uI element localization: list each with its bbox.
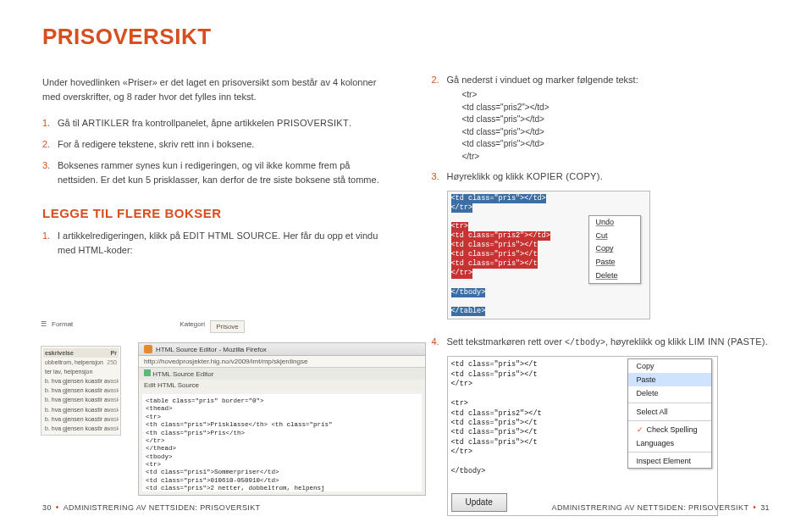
ctx-item-copy[interactable]: Copy (628, 359, 711, 373)
context-menu-paste[interactable]: CopyPasteDeleteSelect AllCheck SpellingL… (627, 358, 712, 469)
firefox-icon (144, 345, 152, 353)
toolbar-format-icon: ☰ (41, 320, 47, 333)
context-menu[interactable]: UndoCutCopyPasteDelete (588, 215, 641, 283)
screenshot-copy-context: <td class="pris"></td></tr> <tr><td clas… (447, 191, 650, 319)
code-sample: <tr><td class="pris2"></td><td class="pr… (462, 89, 771, 163)
window-titlebar: HTML Source Editor - Mozilla Firefox (139, 343, 425, 356)
ctx-item-copy[interactable]: Copy (589, 242, 640, 256)
ctx-item-check-spelling[interactable]: Check Spelling (628, 423, 711, 436)
step-2: 2. For å redigere tekstene, skriv rett i… (42, 137, 381, 152)
ctx-item-delete[interactable]: Delete (628, 386, 711, 400)
main-steps-right: 2. Gå nederst i vinduet og marker følgen… (432, 73, 771, 184)
ctx-item-paste[interactable]: Paste (628, 373, 711, 386)
ctx-item-paste[interactable]: Paste (589, 256, 640, 269)
ctx-item-undo[interactable]: Undo (589, 216, 640, 230)
left-column: PRISOVERSIKT Under hovedlinken «Priser» … (42, 24, 381, 475)
footer-right: ADMINISTRERING AV NETTSIDEN: PRISOVERSIK… (552, 503, 770, 512)
ctx-item-inspect-element[interactable]: Inspect Element (628, 454, 711, 468)
ctx-item-languages[interactable]: Languages (628, 436, 711, 450)
sub-steps: 1. I artikkelredigeringen, klikk på EDIT… (42, 229, 381, 258)
footer-left: 30•ADMINISTRERING AV NETTSIDEN: PRISOVER… (42, 503, 260, 512)
step-1: 1. Gå til ARTIKLER fra kontrollpanelet, … (42, 116, 381, 130)
screenshot-paste-context: <td class="pris"></t<td class="pris"></t… (447, 356, 718, 516)
editor-tab-header: HTML Source Editor (139, 368, 425, 380)
intro-text: Under hovedlinken «Priser» er det laget … (42, 75, 381, 104)
sub-step-1: 1. I artikkelredigeringen, klikk på EDIT… (42, 229, 381, 258)
step-3: 3. Boksenes rammer synes kun i redigerin… (42, 158, 381, 187)
edit-source-label: Edit HTML Source (139, 380, 425, 391)
subheading-add-boxes: LEGGE TIL FLERE BOKSER (42, 206, 381, 220)
ctx-item-delete[interactable]: Delete (589, 269, 640, 283)
step-right-4: 4. Sett tekstmarkøren rett over </tbody>… (432, 335, 771, 350)
right-column: 2. Gå nederst i vinduet og marker følgen… (432, 24, 771, 475)
ctx-item-select-all[interactable]: Select All (628, 405, 711, 419)
ctx-item-cut[interactable]: Cut (589, 230, 640, 243)
step-right-3: 3. Høyreklikk og klikk KOPIER (COPY). (432, 169, 771, 184)
cropped-editor-panel: eskrivelseProbbeltrom, helpensjon250ter … (41, 346, 121, 436)
main-steps-right-b: 4. Sett tekstmarkøren rett over </tbody>… (432, 335, 771, 350)
source-code-box: <table class="pris" border="0"><thead><t… (142, 394, 422, 491)
main-steps-left: 1. Gå til ARTIKLER fra kontrollpanelet, … (42, 116, 381, 187)
url-bar: http://hovedprosjekter.hig.no/v2009/imt/… (139, 356, 425, 368)
cropped-toolbar: ☰ Format Kategori Prisove (41, 320, 245, 333)
page-title: PRISOVERSIKT (42, 24, 381, 50)
step-right-2: 2. Gå nederst i vinduet og marker følgen… (432, 73, 771, 163)
screenshot-html-source-editor: HTML Source Editor - Mozilla Firefox htt… (138, 342, 426, 496)
page-footer: 30•ADMINISTRERING AV NETTSIDEN: PRISOVER… (0, 503, 812, 512)
